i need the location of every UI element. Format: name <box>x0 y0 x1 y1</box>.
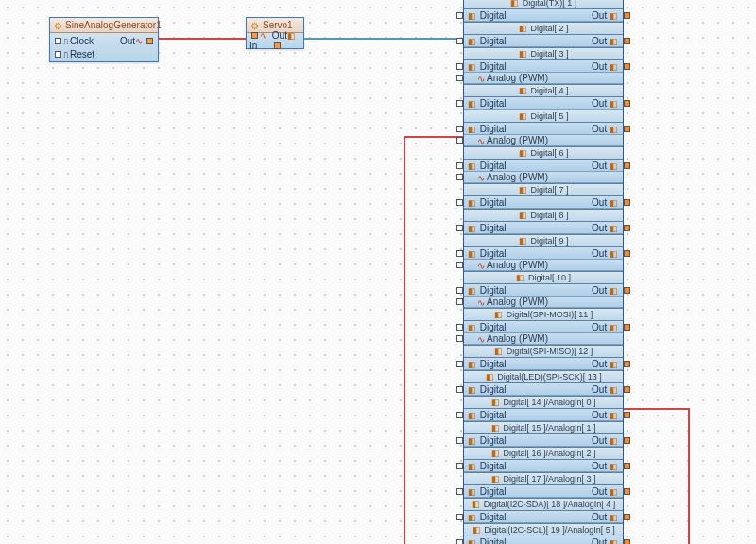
node-sine-analog-generator[interactable]: SineAnalogGenerator1 Clock Out Reset <box>49 17 159 62</box>
port-in[interactable] <box>456 514 463 520</box>
pin-header: Digital(SPI-MOSI)[ 11 ] <box>464 308 623 321</box>
port-out[interactable] <box>624 250 630 257</box>
digital-icon <box>610 248 619 258</box>
port-in[interactable] <box>456 437 463 444</box>
digital-icon <box>518 24 527 33</box>
port-in[interactable] <box>456 100 463 107</box>
pin-row-7[interactable]: DigitalOut <box>464 222 623 234</box>
port-in[interactable] <box>456 488 463 495</box>
digital-icon <box>468 322 477 332</box>
port-out[interactable] <box>624 324 630 331</box>
pin-row-18[interactable]: DigitalOut <box>464 536 623 544</box>
port-in[interactable] <box>456 126 463 132</box>
port-in-pwm[interactable] <box>456 174 463 180</box>
port-in[interactable] <box>456 38 463 44</box>
pin-row-4[interactable]: DigitalOut <box>464 123 623 135</box>
node-servo[interactable]: Servo1 In Out <box>246 17 304 49</box>
port-out[interactable] <box>624 63 630 70</box>
pin-sub-pwm[interactable]: Analog (PWM) <box>464 260 623 271</box>
port-out[interactable] <box>624 287 630 294</box>
port-out[interactable] <box>624 361 630 367</box>
pin-row-16[interactable]: DigitalOut <box>464 485 623 498</box>
port-out-analog[interactable] <box>624 488 630 495</box>
port-out[interactable] <box>624 386 630 393</box>
digital-icon <box>485 372 494 382</box>
port-out[interactable] <box>624 12 630 19</box>
port-in-pwm[interactable] <box>456 137 463 144</box>
pin-row-1[interactable]: DigitalOut <box>464 35 623 47</box>
wire-branch-h <box>404 136 463 138</box>
pin-row-3[interactable]: DigitalOut <box>464 97 623 110</box>
pin-row-10[interactable]: DigitalOut <box>464 321 623 333</box>
digital-icon <box>510 0 520 8</box>
port-in[interactable] <box>456 463 463 469</box>
port-in[interactable] <box>456 287 463 294</box>
port-in[interactable] <box>456 162 463 169</box>
port-in[interactable] <box>251 32 258 39</box>
port-out[interactable] <box>624 100 630 107</box>
port-out[interactable] <box>624 38 630 44</box>
port-in[interactable] <box>456 199 463 206</box>
port-out[interactable] <box>624 126 630 132</box>
arduino-pin-block[interactable]: Digital(TX)[ 1 ] DigitalOut Digital[ 2 ]… <box>463 0 624 544</box>
port-in[interactable] <box>456 250 463 257</box>
pin-row-13[interactable]: DigitalOut <box>464 409 623 421</box>
pin-row-9[interactable]: DigitalOut <box>464 284 623 297</box>
port-in[interactable] <box>456 361 463 367</box>
pin-row-15[interactable]: DigitalOut <box>464 460 623 472</box>
pin-sub-pwm[interactable]: Analog (PWM) <box>464 297 623 308</box>
port-in[interactable] <box>456 412 463 418</box>
digital-icon <box>472 500 481 509</box>
canvas-grid[interactable] <box>0 0 756 544</box>
port-in-reset[interactable] <box>55 51 61 58</box>
port-in[interactable] <box>456 386 463 393</box>
digital-icon <box>610 435 619 445</box>
wire-branch-v <box>404 136 405 544</box>
pin-row-17[interactable]: DigitalOut <box>464 511 623 523</box>
pin-row-2[interactable]: DigitalOut <box>464 60 623 73</box>
pin-header: Digital[ 14 ]/AnalogIn[ 0 ] <box>464 396 623 409</box>
digital-icon <box>468 486 477 496</box>
port-in-pwm[interactable] <box>456 298 463 305</box>
pin-row-6[interactable]: DigitalOut <box>464 196 623 209</box>
pin-sub-pwm[interactable]: Analog (PWM) <box>464 333 623 345</box>
pin-sub-pwm[interactable]: Analog (PWM) <box>464 73 623 84</box>
digital-icon <box>468 161 477 170</box>
port-out[interactable] <box>624 225 630 231</box>
pin-header: Digital(LED)(SPI-SCK)[ 13 ] <box>464 370 623 383</box>
digital-icon <box>518 236 527 246</box>
port-out[interactable] <box>274 42 281 49</box>
port-in-pwm[interactable] <box>456 262 463 268</box>
port-in-clock[interactable] <box>55 38 61 44</box>
port-out-analog[interactable] <box>624 463 630 469</box>
port-in[interactable] <box>456 63 463 70</box>
port-out-analog[interactable] <box>624 539 630 544</box>
port-out[interactable] <box>624 199 630 206</box>
pin-row-12[interactable]: DigitalOut <box>464 383 623 396</box>
port-out-analog[interactable] <box>624 412 630 418</box>
port-out-analog[interactable] <box>624 514 630 520</box>
pin-row-11[interactable]: DigitalOut <box>464 358 623 370</box>
title-text: Servo1 <box>263 20 293 30</box>
port-out[interactable] <box>146 38 153 44</box>
port-in[interactable] <box>456 225 463 231</box>
pulse-icon <box>63 36 70 46</box>
digital-icon <box>610 197 619 207</box>
pin-sub-pwm[interactable]: Analog (PWM) <box>464 135 623 146</box>
pin-row-14[interactable]: DigitalOut <box>464 434 623 447</box>
pin-row-5[interactable]: DigitalOut <box>464 160 623 172</box>
port-in[interactable] <box>456 539 463 545</box>
pin-row-0[interactable]: DigitalOut <box>464 9 623 22</box>
digital-icon <box>518 185 527 195</box>
pin-row-8[interactable]: DigitalOut <box>464 247 623 260</box>
port-in-pwm[interactable] <box>456 335 463 342</box>
port-in[interactable] <box>456 324 463 331</box>
port-in-pwm[interactable] <box>456 75 463 81</box>
port-out-analog[interactable] <box>624 437 630 444</box>
pulse-icon <box>63 49 70 60</box>
port-out[interactable] <box>624 162 630 169</box>
digital-icon <box>468 435 477 445</box>
port-in[interactable] <box>456 12 463 19</box>
pin-sub-pwm[interactable]: Analog (PWM) <box>464 172 623 183</box>
pin-header: Digital[ 10 ] <box>464 271 623 284</box>
